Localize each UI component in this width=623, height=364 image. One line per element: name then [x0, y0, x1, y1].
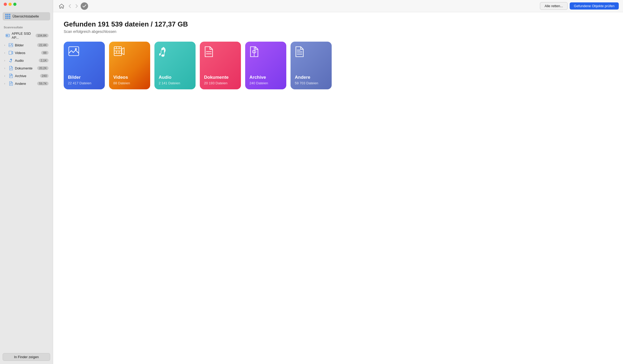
andere-card-count: 59 703 Dateien — [295, 81, 327, 85]
cards-grid: Bilder 22 417 Dateien — [64, 42, 612, 89]
archive-label: Archive — [15, 74, 40, 78]
card-bilder[interactable]: Bilder 22 417 Dateien — [64, 42, 105, 89]
chevron-icon: › — [4, 67, 7, 70]
archive-badge: 240 — [40, 74, 49, 78]
check-circle — [81, 2, 88, 10]
bilder-badge: 22,4K — [37, 43, 49, 47]
sidebar-item-dokumente[interactable]: › Dokumente 20,2K — [2, 64, 51, 72]
dokumente-card-name: Dokumente — [204, 75, 237, 80]
andere-card-name: Andere — [295, 75, 327, 80]
forward-button[interactable] — [74, 3, 80, 9]
close-button[interactable] — [4, 3, 7, 6]
back-button[interactable] — [67, 3, 73, 9]
videos-card-icon — [114, 46, 124, 58]
chevron-icon: › — [4, 51, 7, 54]
archive-icon — [8, 73, 13, 78]
main-content: Alle retten... Gefundene Objekte prüfen … — [53, 0, 623, 364]
videos-card-name: Videos — [113, 75, 146, 80]
svg-rect-13 — [69, 47, 79, 56]
archive-card-count: 240 Dateien — [249, 81, 282, 85]
bilder-card-icon — [68, 46, 79, 58]
chevron-icon: › — [4, 59, 7, 62]
overview-button[interactable]: Übersichtstabelle — [3, 12, 50, 20]
dokumente-card-icon — [205, 46, 213, 59]
dokumente-label: Dokumente — [15, 66, 37, 70]
audio-card-count: 2 141 Dateien — [159, 81, 191, 85]
overview-label: Übersichtstabelle — [12, 14, 39, 18]
bilder-card-count: 22 417 Dateien — [68, 81, 101, 85]
sidebar-item-archive[interactable]: › Archive 240 — [2, 72, 51, 80]
dokumente-badge: 20,2K — [37, 66, 49, 70]
toolbar-nav — [57, 2, 88, 10]
audio-label: Audio — [15, 59, 39, 63]
bilder-icon — [8, 43, 13, 47]
videos-badge: 88 — [41, 51, 49, 55]
sidebar-item-bilder[interactable]: › Bilder 22,4K — [2, 41, 51, 49]
archive-card-name: Archive — [249, 75, 282, 80]
videos-card-count: 88 Dateien — [113, 81, 146, 85]
archive-card-icon — [250, 46, 258, 59]
videos-label: Videos — [15, 51, 41, 55]
andere-badge: 59,7K — [37, 82, 49, 85]
content-area: Gefunden 191 539 dateien / 127,37 GB Sca… — [53, 12, 623, 364]
scanresultate-label: Scanresultate — [0, 23, 53, 30]
svg-rect-9 — [10, 75, 12, 76]
sidebar-footer: In Finder zeigen — [0, 350, 53, 364]
card-dokumente[interactable]: Dokumente 20 193 Dateien — [200, 42, 241, 89]
bilder-label: Bilder — [15, 43, 37, 47]
svg-rect-1 — [6, 35, 8, 36]
traffic-lights — [0, 0, 53, 8]
drive-icon — [5, 33, 10, 38]
sidebar-header: Übersichtstabelle — [0, 8, 53, 23]
home-button[interactable] — [57, 3, 66, 10]
card-andere[interactable]: Andere 59 703 Dateien — [291, 42, 332, 89]
main-title: Gefunden 191 539 dateien / 127,37 GB — [64, 20, 612, 28]
svg-rect-5 — [9, 51, 12, 55]
card-videos[interactable]: Videos 88 Dateien — [109, 42, 150, 89]
card-archive[interactable]: Archive 240 Dateien — [245, 42, 286, 89]
minimize-button[interactable] — [8, 3, 12, 6]
gefundene-objekte-button[interactable]: Gefundene Objekte prüfen — [570, 2, 619, 10]
sidebar: Übersichtstabelle Scanresultate APPLE SS… — [0, 0, 53, 364]
main-subtitle: Scan erfolgreich abgeschlossen — [64, 29, 612, 34]
toolbar: Alle retten... Gefundene Objekte prüfen — [53, 0, 623, 12]
sidebar-items: › Bilder 22,4K › Videos 88 — [0, 41, 53, 350]
alle-retten-button[interactable]: Alle retten... — [540, 2, 567, 10]
svg-point-4 — [11, 44, 12, 45]
grid-icon — [5, 14, 10, 19]
chevron-icon: › — [4, 44, 7, 47]
svg-point-2 — [8, 35, 9, 36]
chevron-icon: › — [4, 74, 7, 77]
dokumente-card-count: 20 193 Dateien — [204, 81, 237, 85]
card-audio[interactable]: Audio 2 141 Dateien — [154, 42, 196, 89]
chevron-icon: › — [4, 82, 7, 85]
dokumente-icon — [8, 66, 13, 71]
sidebar-item-audio[interactable]: › Audio 2,1K — [2, 57, 51, 64]
audio-card-icon — [159, 46, 167, 59]
bilder-card-name: Bilder — [68, 75, 101, 80]
maximize-button[interactable] — [13, 3, 16, 6]
sidebar-item-andere[interactable]: › Andere 59,7K — [2, 80, 51, 87]
audio-badge: 2,1K — [39, 59, 49, 62]
ssd-badge: 104,8K — [36, 34, 49, 37]
audio-icon — [8, 58, 13, 63]
finder-button[interactable]: In Finder zeigen — [3, 353, 50, 361]
videos-icon — [8, 50, 13, 55]
andere-card-icon — [295, 46, 304, 59]
sidebar-item-videos[interactable]: › Videos 88 — [2, 49, 51, 56]
ssd-label: APPLE SSD AP... — [12, 32, 36, 40]
audio-card-name: Audio — [159, 75, 191, 80]
andere-icon — [8, 81, 13, 86]
sidebar-item-ssd[interactable]: APPLE SSD AP... 104,8K — [2, 30, 51, 41]
andere-label: Andere — [15, 82, 37, 86]
svg-point-14 — [75, 48, 77, 50]
